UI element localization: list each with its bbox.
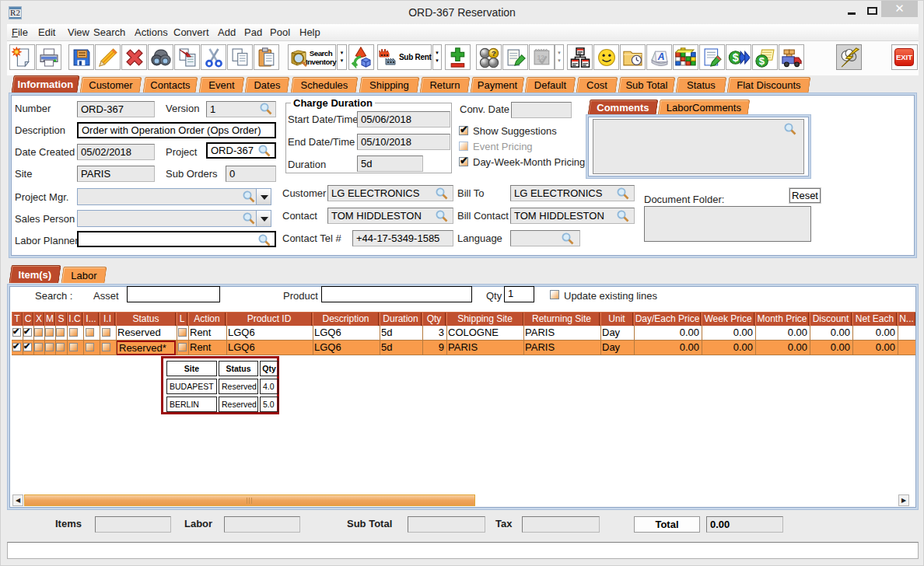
svg-text:A: A	[657, 51, 665, 62]
svg-text:$: $	[733, 52, 739, 65]
svg-text:$: $	[759, 55, 765, 67]
svg-text:?: ?	[492, 49, 496, 58]
